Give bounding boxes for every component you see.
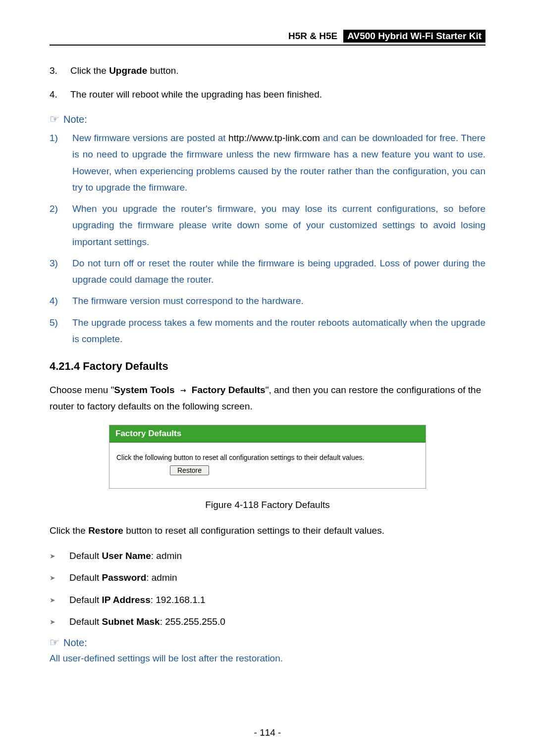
- note-list: 1) New firmware versions are posted at h…: [50, 130, 485, 347]
- step-number: 4.: [50, 85, 61, 104]
- note-body: New firmware versions are posted at http…: [72, 130, 485, 196]
- d-bold: IP Address: [102, 595, 150, 605]
- note-number: 2): [50, 201, 61, 250]
- d-post: : admin: [146, 572, 177, 583]
- note-item: 1) New firmware versions are posted at h…: [50, 130, 485, 196]
- note-url[interactable]: http://www.tp-link.com: [228, 133, 320, 143]
- header-kit: AV500 Hybrid Wi-Fi Starter Kit: [343, 30, 485, 43]
- step-item: 3. Click the Upgrade button.: [50, 61, 485, 80]
- note-label: Note:: [63, 114, 87, 125]
- triangle-bullet-icon: ➤: [50, 549, 59, 563]
- note-body: The firmware version must correspond to …: [72, 293, 485, 309]
- figure-caption: Figure 4-118 Factory Defaults: [50, 500, 485, 510]
- para-pre: Choose menu ": [50, 385, 114, 395]
- default-line: Default Password: admin: [69, 570, 177, 585]
- d-pre: Default: [69, 572, 102, 583]
- pointing-hand-icon: ☞: [50, 636, 59, 649]
- triangle-bullet-icon: ➤: [50, 614, 59, 629]
- note-item: 3) Do not turn off or reset the router w…: [50, 255, 485, 288]
- restore-bold: Restore: [88, 525, 123, 536]
- d-bold: Password: [102, 572, 146, 583]
- d-pre: Default: [69, 551, 102, 561]
- defaults-item: ➤ Default Subnet Mask: 255.255.255.0: [50, 614, 485, 629]
- note-label: Note:: [63, 637, 87, 649]
- step-item: 4. The router will reboot while the upgr…: [50, 85, 485, 104]
- default-line: Default User Name: admin: [69, 549, 182, 563]
- section-heading: 4.21.4 Factory Defaults: [50, 360, 485, 373]
- note2-text: All user-defined settings will be lost a…: [50, 653, 485, 664]
- step-text-post: button.: [147, 65, 178, 76]
- note-body: Do not turn off or reset the router whil…: [72, 255, 485, 288]
- note-item: 2) When you upgrade the router's firmwar…: [50, 201, 485, 250]
- note-pre: New firmware versions are posted at: [72, 133, 228, 143]
- panel-body-text: Click the following button to reset all …: [116, 454, 419, 461]
- header-model: H5R & H5E: [288, 31, 337, 42]
- d-post: : admin: [151, 551, 182, 561]
- note-body: The upgrade process takes a few moments …: [72, 314, 485, 348]
- numbered-steps: 3. Click the Upgrade button. 4. The rout…: [50, 61, 485, 104]
- factory-defaults-panel: Factory Defaults Click the following but…: [109, 425, 426, 489]
- d-bold: Subnet Mask: [102, 616, 160, 627]
- defaults-item: ➤ Default User Name: admin: [50, 549, 485, 563]
- defaults-item: ➤ Default Password: admin: [50, 570, 485, 585]
- step-text-bold: Upgrade: [109, 65, 147, 76]
- note-item: 4) The firmware version must correspond …: [50, 293, 485, 309]
- note-item: 5) The upgrade process takes a few momen…: [50, 314, 485, 348]
- page-header: H5R & H5E AV500 Hybrid Wi-Fi Starter Kit: [50, 30, 485, 46]
- default-line: Default Subnet Mask: 255.255.255.0: [69, 614, 225, 629]
- d-pre: Default: [69, 616, 102, 627]
- step-number: 3.: [50, 61, 61, 80]
- arrow-icon: →: [174, 384, 191, 395]
- defaults-list: ➤ Default User Name: admin ➤ Default Pas…: [50, 549, 485, 630]
- triangle-bullet-icon: ➤: [50, 570, 59, 585]
- step-text-pre: Click the: [70, 65, 109, 76]
- note-body: When you upgrade the router's firmware, …: [72, 201, 485, 250]
- d-pre: Default: [69, 595, 102, 605]
- defaults-item: ➤ Default IP Address: 192.168.1.1: [50, 593, 485, 607]
- restore-intro: Click the Restore button to reset all co…: [50, 522, 485, 539]
- default-line: Default IP Address: 192.168.1.1: [69, 593, 206, 607]
- step-text: Click the Upgrade button.: [70, 61, 179, 80]
- panel-title: Factory Defaults: [109, 425, 426, 443]
- note-number: 5): [50, 314, 61, 348]
- step-text: The router will reboot while the upgradi…: [70, 85, 322, 104]
- choose-menu-paragraph: Choose menu "System Tools → Factory Defa…: [50, 382, 485, 415]
- note-heading: ☞ Note:: [50, 113, 485, 126]
- restore-pre: Click the: [50, 525, 88, 536]
- triangle-bullet-icon: ➤: [50, 593, 59, 607]
- panel-body: Click the following button to reset all …: [109, 443, 426, 488]
- pointing-hand-icon: ☞: [50, 113, 59, 126]
- page-number: - 114 -: [0, 727, 535, 738]
- d-post: : 192.168.1.1: [151, 595, 206, 605]
- menu-system-tools: System Tools: [114, 385, 174, 395]
- d-bold: User Name: [102, 551, 151, 561]
- menu-factory-defaults: Factory Defaults: [192, 385, 266, 395]
- restore-button[interactable]: Restore: [170, 465, 209, 475]
- note-number: 1): [50, 130, 61, 196]
- restore-post: button to reset all configuration settin…: [123, 525, 384, 536]
- d-post: : 255.255.255.0: [160, 616, 225, 627]
- note-number: 4): [50, 293, 61, 309]
- note-number: 3): [50, 255, 61, 288]
- note-heading-2: ☞ Note:: [50, 636, 485, 649]
